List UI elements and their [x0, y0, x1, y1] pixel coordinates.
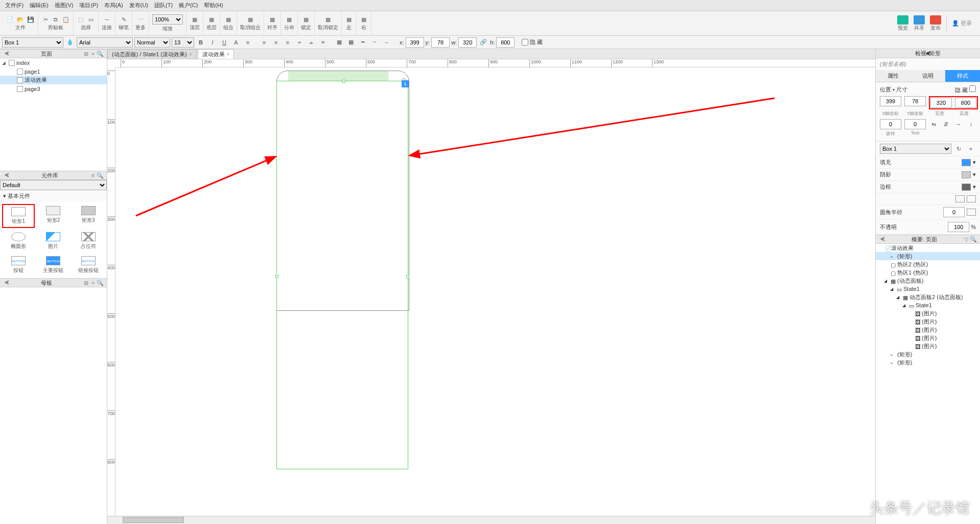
insp-y-input[interactable] — [904, 96, 926, 106]
outline-(图片)[interactable]: 🖼(图片) — [876, 309, 980, 317]
radius-input[interactable] — [943, 207, 965, 217]
menu-视图(V)[interactable]: 视图(V) — [52, 1, 77, 10]
color-swatch[interactable] — [962, 184, 971, 191]
ruler-vertical[interactable]: 0100200300400500600700800 — [107, 67, 115, 516]
login-button[interactable]: 👤 登录 — [952, 19, 972, 27]
tb-取消组合[interactable]: ▦取消组合 — [237, 11, 264, 35]
eyedropper-icon[interactable]: 💧 — [65, 37, 75, 48]
valign-bot-button[interactable]: ⫩ — [318, 37, 328, 48]
resize-handle-left[interactable] — [275, 275, 278, 278]
menu-帮助(H)[interactable]: 帮助(H) — [201, 1, 226, 10]
align-center-button[interactable]: ≡ — [271, 37, 281, 48]
search-icon[interactable]: 🔍 — [97, 50, 104, 57]
page-page1[interactable]: page1 — [0, 67, 107, 76]
tbright-发布[interactable]: 发布 — [930, 15, 941, 32]
chevron-down-icon[interactable]: ▾ — [973, 171, 976, 178]
underline-button[interactable]: U — [219, 37, 229, 48]
canvas-stage[interactable]: 1 — [115, 67, 875, 516]
outline-State1[interactable]: ◢ ▭State1 — [876, 301, 980, 309]
add-folder-icon[interactable]: ⊞ — [82, 50, 89, 57]
tb-取消锁定[interactable]: ▦取消锁定 — [315, 11, 342, 35]
page-page3[interactable]: page3 — [0, 84, 107, 93]
chevron-down-icon[interactable]: ▾ — [973, 184, 976, 191]
search-icon[interactable]: 🔍 — [97, 279, 104, 286]
outline-滚动效果[interactable]: 📄滚动效果 — [876, 244, 980, 252]
collapse-icon[interactable]: ⮜ — [925, 51, 931, 57]
分布-icon[interactable]: ▦ — [285, 15, 293, 24]
valign-top-button[interactable]: ⫧ — [294, 37, 305, 48]
insp-w-input[interactable] — [930, 98, 952, 108]
tb-file[interactable]: 📄 📂 💾 文件 — [3, 11, 38, 35]
x-input[interactable] — [406, 37, 424, 48]
style-update-icon[interactable]: ↻ — [953, 144, 964, 154]
filter-icon[interactable]: ▽ — [963, 236, 970, 243]
tb-组合[interactable]: ▦组合 — [220, 11, 237, 35]
page-index[interactable]: ◢index — [0, 58, 107, 67]
组合-icon[interactable]: ▦ — [224, 15, 232, 24]
tab-props[interactable]: 属性 — [876, 70, 911, 82]
style-add-icon[interactable]: + — [966, 144, 976, 154]
tb-more[interactable]: ⋯ 更多 — [132, 11, 149, 35]
outline-动态面板2 (动态面板)[interactable]: ◢ ▦动态面板2 (动态面板) — [876, 293, 980, 301]
锁定-icon[interactable]: ▦ — [302, 15, 310, 24]
右-icon[interactable]: ▦ — [360, 15, 368, 24]
pen-icon[interactable]: ✎ — [120, 15, 128, 24]
outline-(矩形)[interactable]: ▫(矩形) — [876, 358, 980, 367]
add-page-icon[interactable]: + — [89, 50, 97, 57]
取消锁定-icon[interactable]: ▦ — [324, 15, 332, 24]
tb-connect[interactable]: ─ 连接 — [99, 11, 115, 35]
tb-底层[interactable]: ▦底层 — [203, 11, 220, 35]
tb-右[interactable]: ▦右 — [357, 11, 371, 35]
line-style-button[interactable]: ┄ — [369, 37, 380, 48]
menu-账户(C)[interactable]: 账户(C) — [176, 1, 201, 10]
autosize-w-icon[interactable]: ↔ — [954, 119, 964, 129]
flip-h-icon[interactable]: ⇋ — [929, 119, 939, 129]
menu-发布(U)[interactable]: 发布(U) — [126, 1, 151, 10]
shape-name-field[interactable]: (矩形名称) — [876, 58, 980, 70]
valign-mid-button[interactable]: ⫨ — [306, 37, 316, 48]
menu-团队(T)[interactable]: 团队(T) — [151, 1, 176, 10]
y-input[interactable] — [431, 37, 450, 48]
tab-style[interactable]: 样式 — [945, 70, 980, 82]
add-master-icon[interactable]: + — [89, 279, 97, 286]
widget-category[interactable]: ▾ 基本元件 — [0, 190, 107, 202]
tb-对齐[interactable]: ▦对齐 — [264, 11, 281, 35]
select-icon[interactable]: ⬚ — [77, 15, 85, 24]
chevron-down-icon[interactable]: ▾ — [973, 159, 976, 166]
tb-锁定[interactable]: ▦锁定 — [298, 11, 315, 35]
outer-shadow-icon[interactable] — [955, 195, 965, 202]
左-icon[interactable]: ▦ — [345, 15, 353, 24]
outline-tree[interactable]: 📄滚动效果▫(矩形)▢热区2 (热区)▢热区1 (热区)◢ ▦(动态面板)◢ ▭… — [876, 244, 980, 524]
outline-热区1 (热区)[interactable]: ▢热区1 (热区) — [876, 268, 980, 277]
open-icon[interactable]: 📂 — [16, 15, 25, 24]
outline-热区2 (热区)[interactable]: ▢热区2 (热区) — [876, 260, 980, 268]
line-width-button[interactable]: ━ — [358, 37, 368, 48]
insp-h-input[interactable] — [955, 98, 976, 108]
outline-(矩形)[interactable]: ▫(矩形) — [876, 252, 980, 260]
line-color-button[interactable]: ▦ — [346, 37, 356, 48]
hidden-checkbox[interactable] — [522, 39, 528, 45]
close-icon[interactable]: × — [189, 52, 192, 57]
顶层-icon[interactable]: ▦ — [191, 15, 199, 24]
align-right-button[interactable]: ≡ — [283, 37, 293, 48]
style-边框[interactable]: 边框▾ — [876, 181, 980, 193]
align-left-button[interactable]: ≡ — [259, 37, 269, 48]
tb-pen[interactable]: ✎ 钢笔 — [115, 11, 132, 35]
pages-tree[interactable]: ◢indexpage1滚动效果page3 — [0, 58, 107, 171]
arrow-button[interactable]: → — [381, 37, 391, 48]
widget-按钮[interactable]: BUTTON按钮 — [2, 254, 35, 276]
radius-corners-icon[interactable] — [967, 209, 976, 216]
lock-aspect-icon[interactable]: 🔗 — [478, 37, 488, 48]
widget-矩形1[interactable]: 矩形1 — [2, 204, 35, 228]
selected-rectangle[interactable]: 1 — [276, 81, 408, 469]
lib-menu-icon[interactable]: ≡ — [89, 172, 97, 179]
menu-文件(F)[interactable]: 文件(F) — [2, 1, 27, 10]
widget-主要按钮[interactable]: BUTTON主要按钮 — [37, 254, 69, 276]
resize-handle-top[interactable] — [342, 80, 345, 83]
cut-icon[interactable]: ✂ — [41, 15, 50, 24]
outline-(动态面板)[interactable]: ◢ ▦(动态面板) — [876, 277, 980, 285]
copy-icon[interactable]: ⧉ — [52, 15, 60, 24]
color-swatch[interactable] — [962, 171, 971, 178]
widget-图片[interactable]: 图片 — [37, 230, 69, 252]
shape-style-select[interactable]: Box 1 — [2, 37, 63, 48]
